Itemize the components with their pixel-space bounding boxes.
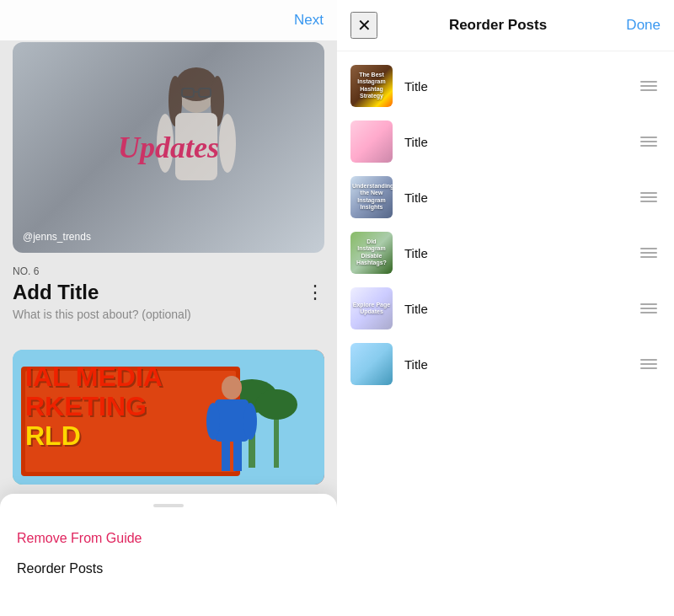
svg-point-21 xyxy=(206,403,220,440)
drag-line-2 xyxy=(640,252,657,254)
drag-line-2 xyxy=(640,363,657,365)
post-list-item: Title xyxy=(337,336,674,392)
thumb-text: Explore Page Updates xyxy=(350,302,393,316)
post-thumbnail: Understanding the New Instagram Insights xyxy=(350,176,393,218)
drag-line-2 xyxy=(640,141,657,142)
post-thumbnail: The Best Instagram Hashtag Strategy xyxy=(350,65,393,107)
drag-line-1 xyxy=(640,192,657,194)
post-info-section: NO. 6 Add Title ⋮ What is this post abou… xyxy=(13,265,324,321)
svg-point-22 xyxy=(243,403,257,440)
drag-handle[interactable] xyxy=(637,133,661,150)
reorder-posts-title: Reorder Posts xyxy=(377,17,618,34)
post-thumbnail: Did Instagram Disable Hashtags? xyxy=(350,232,393,274)
more-options-button[interactable]: ⋮ xyxy=(306,281,324,303)
post-list-title: Title xyxy=(404,302,625,316)
post-description: What is this post about? (optional) xyxy=(13,308,324,321)
drag-line-3 xyxy=(640,89,657,91)
post-list-title: Title xyxy=(404,246,625,260)
left-panel: Next Updates @jenns_trends NO. 6 Add xyxy=(0,0,337,616)
drag-line-3 xyxy=(640,312,657,313)
drag-line-1 xyxy=(640,137,657,138)
main-post-image: Updates @jenns_trends xyxy=(13,42,324,253)
post-list-item: Understanding the New Instagram Insights… xyxy=(337,169,674,225)
drag-handle[interactable] xyxy=(637,356,661,372)
username-tag: @jenns_trends xyxy=(23,231,91,243)
post-list-title: Title xyxy=(404,357,625,372)
second-woman-silhouette xyxy=(206,375,257,485)
post-list-item: Explore Page Updates Title xyxy=(337,281,674,336)
post-list-title: Title xyxy=(404,135,625,149)
svg-point-17 xyxy=(222,376,242,399)
svg-rect-19 xyxy=(222,442,230,471)
drag-line-1 xyxy=(640,81,657,83)
post-list-item: Title xyxy=(337,114,674,169)
drag-line-1 xyxy=(640,359,657,361)
drag-line-1 xyxy=(640,303,657,305)
second-post-image: IAL MEDIA RKETING RLD xyxy=(13,350,324,485)
drag-handle[interactable] xyxy=(637,300,661,317)
next-button[interactable]: Next xyxy=(294,12,324,29)
remove-from-guide-button[interactable]: Remove From Guide xyxy=(17,524,320,553)
drag-line-3 xyxy=(640,201,657,202)
drag-line-2 xyxy=(640,85,657,87)
drag-line-3 xyxy=(640,145,657,147)
thumb-text: Understanding the New Instagram Insights xyxy=(350,183,393,212)
bottom-sheet: Remove From Guide Reorder Posts xyxy=(0,494,337,616)
drag-line-3 xyxy=(640,367,657,369)
done-button[interactable]: Done xyxy=(618,17,661,34)
post-list-title: Title xyxy=(404,79,625,94)
post-list-item: The Best Instagram Hashtag Strategy Titl… xyxy=(337,58,674,114)
posts-list: The Best Instagram Hashtag Strategy Titl… xyxy=(337,51,674,616)
close-button[interactable]: ✕ xyxy=(350,12,377,39)
second-image-text: IAL MEDIA RKETING RLD xyxy=(25,362,163,452)
post-info-row: Add Title ⋮ xyxy=(13,281,324,304)
drag-handle[interactable] xyxy=(637,78,661,94)
thumb-text: Did Instagram Disable Hashtags? xyxy=(350,238,393,267)
add-title: Add Title xyxy=(13,281,99,304)
post-thumbnail: Explore Page Updates xyxy=(350,287,393,329)
post-thumbnail xyxy=(350,343,393,385)
svg-rect-20 xyxy=(233,442,242,471)
drag-line-3 xyxy=(640,256,657,258)
drag-line-2 xyxy=(640,308,657,309)
thumb-text: The Best Instagram Hashtag Strategy xyxy=(350,72,393,100)
drag-handle[interactable] xyxy=(637,244,661,261)
svg-point-14 xyxy=(255,389,297,420)
drag-handle[interactable] xyxy=(637,189,661,206)
post-thumbnail xyxy=(350,121,393,163)
left-header: Next xyxy=(0,0,337,40)
svg-rect-18 xyxy=(215,399,249,442)
right-panel: ✕ Reorder Posts Done The Best Instagram … xyxy=(337,0,674,616)
svg-point-6 xyxy=(219,114,236,173)
reorder-posts-button[interactable]: Reorder Posts xyxy=(17,553,320,585)
sheet-handle xyxy=(153,504,184,507)
right-header: ✕ Reorder Posts Done xyxy=(337,0,674,51)
post-list-title: Title xyxy=(404,190,625,205)
post-number: NO. 6 xyxy=(13,265,324,277)
updates-overlay: Updates xyxy=(118,130,219,165)
post-list-item: Did Instagram Disable Hashtags? Title xyxy=(337,225,674,281)
drag-line-2 xyxy=(640,196,657,198)
drag-line-1 xyxy=(640,248,657,249)
